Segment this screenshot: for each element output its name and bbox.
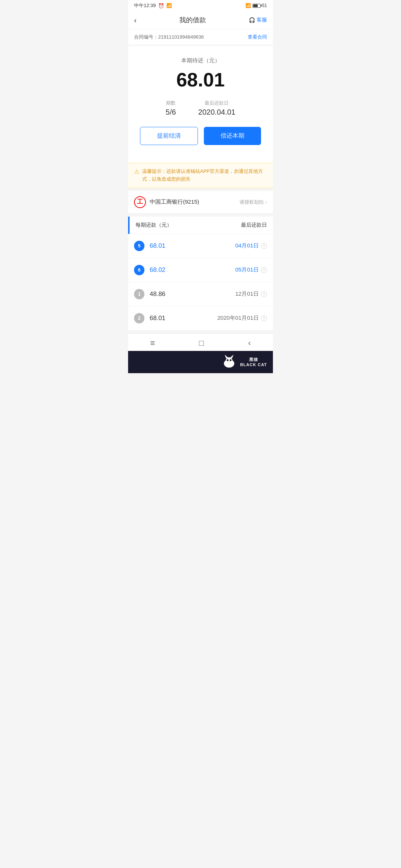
table-header: 每期还款（元） 最后还款日 bbox=[128, 217, 273, 234]
svg-point-5 bbox=[226, 359, 228, 361]
amount-value: 68.01 bbox=[134, 69, 267, 91]
repayment-table: 每期还款（元） 最后还款日 5 68.01 04月01日 i 6 68.02 0… bbox=[128, 217, 273, 331]
bottom-nav: ≡ □ ‹ bbox=[128, 333, 273, 351]
contract-number: 合同编号：21911101994849636 bbox=[134, 34, 204, 40]
row-date-1: 12月01日 bbox=[235, 290, 259, 297]
table-row: 5 68.01 04月01日 i bbox=[128, 234, 273, 258]
row-date-6: 05月01日 bbox=[235, 266, 259, 273]
button-row: 提前结清 偿还本期 bbox=[134, 127, 267, 154]
blackcat-watermark: 黑猫 BLACK CAT bbox=[128, 351, 273, 373]
period-label: 期数 bbox=[166, 100, 176, 106]
back-nav-icon[interactable]: ‹ bbox=[248, 338, 251, 348]
header: ‹ 我的借款 🎧 客服 bbox=[128, 11, 273, 29]
row-date-5: 04月01日 bbox=[235, 242, 259, 249]
repay-current-button[interactable]: 偿还本期 bbox=[204, 127, 261, 145]
amount-section: 本期待还（元） 68.01 期数 5/6 最后还款日 2020.04.01 提前… bbox=[128, 46, 273, 163]
row-amount-2: 68.01 bbox=[150, 315, 217, 322]
row-date-wrap-6: 05月01日 i bbox=[235, 266, 267, 273]
headphone-icon: 🎧 bbox=[249, 17, 255, 23]
table-header-date: 最后还款日 bbox=[241, 222, 267, 228]
chevron-right-icon: › bbox=[265, 199, 267, 205]
due-date-item: 最后还款日 2020.04.01 bbox=[198, 100, 235, 116]
row-date-wrap-2: 2020年01月01日 i bbox=[217, 315, 267, 322]
row-amount-5: 68.01 bbox=[150, 242, 235, 250]
due-date-label: 最后还款日 bbox=[198, 100, 235, 106]
amount-meta: 期数 5/6 最后还款日 2020.04.01 bbox=[134, 100, 267, 116]
row-date-2: 2020年01月01日 bbox=[217, 315, 259, 322]
notice-text: 温馨提示：还款请认准钱站APP官方渠道，勿通过其他方式，以免造成您的损失 bbox=[142, 168, 267, 183]
amount-label: 本期待还（元） bbox=[134, 57, 267, 64]
page-title: 我的借款 bbox=[179, 16, 206, 24]
table-row: 2 68.01 2020年01月01日 i bbox=[128, 306, 273, 331]
contract-bar: 合同编号：21911101994849636 查看合同 bbox=[128, 29, 273, 45]
bank-name: 中国工商银行(9215) bbox=[150, 198, 199, 206]
due-date-value: 2020.04.01 bbox=[198, 108, 235, 116]
svg-point-2 bbox=[226, 357, 232, 364]
signal-icon: 📶 bbox=[245, 3, 251, 8]
row-badge-1: 1 bbox=[134, 289, 144, 299]
blackcat-english: BLACK CAT bbox=[240, 362, 267, 367]
back-button[interactable]: ‹ bbox=[134, 16, 137, 24]
status-left: 中午12:39 ⏰ 📶 bbox=[134, 2, 172, 9]
blackcat-chinese: 黑猫 bbox=[249, 357, 258, 362]
sim-icon: 📶 bbox=[166, 3, 172, 8]
info-icon-2[interactable]: i bbox=[261, 315, 267, 321]
bank-action[interactable]: 请授权划扣 › bbox=[239, 199, 267, 206]
info-icon-6[interactable]: i bbox=[261, 267, 267, 273]
alarm-icon: ⏰ bbox=[158, 3, 164, 9]
period-item: 期数 5/6 bbox=[166, 100, 176, 116]
bank-action-label: 请授权划扣 bbox=[239, 199, 264, 206]
table-header-amount: 每期还款（元） bbox=[136, 222, 172, 228]
status-right: 📶 51 bbox=[245, 3, 267, 8]
table-row: 6 68.02 05月01日 i bbox=[128, 258, 273, 282]
svg-point-7 bbox=[229, 361, 229, 362]
bank-icon: 工 bbox=[134, 196, 146, 208]
battery-level: 51 bbox=[262, 3, 267, 8]
info-icon-5[interactable]: i bbox=[261, 243, 267, 249]
table-row: 1 48.86 12月01日 i bbox=[128, 282, 273, 306]
status-bar: 中午12:39 ⏰ 📶 📶 51 bbox=[128, 0, 273, 11]
home-icon[interactable]: □ bbox=[199, 338, 204, 348]
period-value: 5/6 bbox=[166, 108, 176, 116]
notice-bar: ⚠ 温馨提示：还款请认准钱站APP官方渠道，勿通过其他方式，以免造成您的损失 bbox=[128, 163, 273, 188]
row-date-wrap-5: 04月01日 i bbox=[235, 242, 267, 249]
bank-left: 工 中国工商银行(9215) bbox=[134, 196, 199, 208]
early-repay-button[interactable]: 提前结清 bbox=[140, 127, 198, 145]
view-contract-link[interactable]: 查看合同 bbox=[248, 34, 267, 40]
row-badge-5: 5 bbox=[134, 241, 144, 251]
row-amount-1: 48.86 bbox=[150, 290, 235, 298]
svg-point-6 bbox=[229, 359, 231, 361]
warning-icon: ⚠ bbox=[134, 168, 139, 175]
customer-service-button[interactable]: 🎧 客服 bbox=[249, 17, 267, 23]
battery-icon bbox=[252, 4, 261, 8]
row-amount-6: 68.02 bbox=[150, 266, 235, 274]
row-badge-2: 2 bbox=[134, 313, 144, 323]
status-time: 中午12:39 bbox=[134, 2, 156, 9]
row-badge-6: 6 bbox=[134, 265, 144, 275]
info-icon-1[interactable]: i bbox=[261, 291, 267, 297]
row-date-wrap-1: 12月01日 i bbox=[235, 290, 267, 297]
menu-icon[interactable]: ≡ bbox=[150, 338, 155, 348]
blackcat-text-group: 黑猫 BLACK CAT bbox=[240, 357, 267, 367]
bank-row[interactable]: 工 中国工商银行(9215) 请授权划扣 › bbox=[128, 191, 273, 214]
blackcat-logo-icon bbox=[221, 354, 237, 370]
service-label: 客服 bbox=[257, 17, 267, 23]
